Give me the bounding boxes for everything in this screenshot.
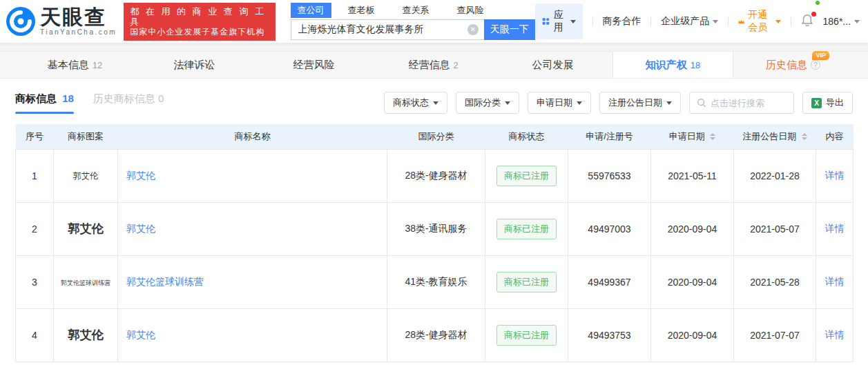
- export-button[interactable]: X 导出: [802, 92, 853, 114]
- tab-basic-info[interactable]: 基本信息 12: [15, 52, 135, 78]
- col-content: 内容: [816, 124, 853, 149]
- tab-history-info[interactable]: 历史信息 ? VIP: [733, 52, 853, 78]
- subtab-count: 0: [158, 92, 164, 104]
- apply-date-cell: 2020-09-04: [651, 255, 734, 308]
- status-badge: 商标已注册: [496, 325, 557, 346]
- nav-business-cooperation[interactable]: 商务合作: [602, 15, 641, 28]
- tab-operating-risk[interactable]: 经营风险: [254, 52, 374, 78]
- tab-label: 法律诉讼: [174, 59, 215, 72]
- detail-link[interactable]: 详情: [825, 329, 845, 340]
- tab-intellectual-property[interactable]: 知识产权 18: [613, 52, 733, 78]
- row-index: 3: [16, 255, 54, 308]
- excel-icon: X: [811, 98, 822, 108]
- detail-link[interactable]: 详情: [825, 223, 845, 234]
- slogan-line2: 国家中小企业发展子基金旗下机构: [130, 27, 269, 37]
- pub-date-cell: 2022-01-28: [734, 149, 816, 202]
- user-phone: 186*...: [823, 16, 851, 27]
- tab-company-development[interactable]: 公司发展: [493, 52, 613, 78]
- trademark-name-link[interactable]: 郭艾伦篮球训练营: [126, 276, 204, 287]
- table-search-input[interactable]: [711, 98, 787, 108]
- header-nav: 应用 商务合作 企业级产品 开通会员 186*...: [535, 3, 860, 39]
- search-tab-company[interactable]: 查公司: [291, 3, 331, 18]
- table-row: 3 郭艾伦篮球训练营 郭艾伦篮球训练营 41类-教育娱乐 商标已注册 49499…: [16, 255, 853, 308]
- divider: [592, 17, 593, 26]
- pub-date-cell: 2021-07-07: [734, 308, 816, 361]
- filter-bar: 商标状态 国际分类 申请日期 注册公告日期: [376, 92, 853, 114]
- tianyancha-logo[interactable]: 天眼查 TianYanCha.com: [6, 6, 117, 37]
- table-search-box[interactable]: [689, 92, 794, 114]
- trademark-name-link[interactable]: 郭艾伦: [126, 329, 155, 340]
- chevron-down-icon: [505, 101, 510, 105]
- page-background-strip: [0, 43, 868, 51]
- col-pub-date-sortable[interactable]: 注册公告日期: [734, 124, 816, 149]
- divider: [791, 17, 791, 26]
- intl-class-cell: 28类-健身器材: [387, 149, 485, 202]
- tab-count: 12: [93, 60, 102, 70]
- search-tab-relation[interactable]: 查关系: [397, 3, 435, 18]
- filter-registration-pub-date[interactable]: 注册公告日期: [599, 92, 681, 114]
- apps-menu-button[interactable]: 应用: [535, 3, 583, 39]
- divider: [728, 17, 729, 26]
- top-header: 天眼查 TianYanCha.com 都 在 用 的 商 业 查 询 工 具 国…: [0, 0, 868, 43]
- chevron-down-icon: [570, 20, 576, 23]
- chevron-down-icon: [433, 101, 438, 105]
- search-tab-boss[interactable]: 查老板: [343, 3, 380, 18]
- question-circle-icon[interactable]: ?: [811, 60, 820, 70]
- col-apply-date-sortable[interactable]: 申请日期: [651, 124, 734, 149]
- section-tabbar: 基本信息 12 法律诉讼 经营风险 经营信息 2 公司发展 知识产权 18 历史…: [0, 51, 868, 79]
- col-index: 序号: [16, 124, 54, 149]
- slogan-line1: 都 在 用 的 商 业 查 询 工 具: [130, 6, 269, 27]
- nav-enterprise-products[interactable]: 企业级产品: [661, 15, 718, 28]
- status-badge: 商标已注册: [496, 272, 557, 292]
- nav-vip-label: 开通会员: [748, 9, 772, 34]
- tab-label: 知识产权: [646, 59, 687, 72]
- tab-legal-proceedings[interactable]: 法律诉讼: [135, 52, 254, 78]
- col-label: 申请日期: [669, 131, 705, 141]
- pub-date-cell: 2021-05-28: [734, 255, 816, 308]
- tianyancha-logo-icon: [6, 6, 36, 37]
- detail-link[interactable]: 详情: [825, 170, 845, 181]
- subtab-history-trademark[interactable]: 历史商标信息 0: [93, 92, 164, 114]
- col-label: 注册公告日期: [742, 131, 796, 141]
- tab-operating-info[interactable]: 经营信息 2: [374, 52, 493, 78]
- reg-number-cell: 49497003: [568, 202, 651, 255]
- clear-icon[interactable]: ✕: [467, 24, 479, 35]
- nav-open-vip[interactable]: 开通会员: [738, 9, 781, 34]
- col-trademark-name: 商标名称: [118, 124, 387, 149]
- sort-icon[interactable]: [710, 133, 715, 140]
- intl-class-cell: 41类-教育娱乐: [387, 255, 485, 308]
- chevron-down-icon: [713, 20, 718, 23]
- tab-label: 经营信息: [408, 59, 450, 72]
- sort-icon[interactable]: [802, 133, 807, 140]
- search-button[interactable]: 天眼一下: [484, 19, 535, 40]
- trademark-name-link[interactable]: 郭艾伦: [126, 170, 155, 181]
- trademark-name-link[interactable]: 郭艾伦: [126, 223, 155, 234]
- intl-class-cell: 38类-通讯服务: [387, 202, 485, 255]
- search-tabs: 查公司 查老板 查关系 查风险: [291, 3, 535, 18]
- notification-bell[interactable]: [801, 14, 813, 29]
- user-account[interactable]: 186*...: [823, 16, 860, 27]
- col-status: 商标状态: [485, 124, 568, 149]
- chevron-down-icon: [577, 101, 582, 105]
- filter-label: 申请日期: [537, 97, 572, 109]
- search-tab-risk[interactable]: 查风险: [452, 3, 490, 18]
- chevron-down-icon: [854, 20, 860, 23]
- apply-date-cell: 2020-09-04: [651, 308, 734, 361]
- tab-label: 基本信息: [48, 59, 89, 72]
- filter-trademark-status[interactable]: 商标状态: [384, 92, 447, 114]
- filter-label: 商标状态: [393, 97, 429, 109]
- tab-count: 18: [691, 60, 700, 70]
- apps-menu-label: 应用: [554, 9, 567, 34]
- subtab-count: 18: [62, 92, 74, 104]
- apply-date-cell: 2021-05-11: [651, 149, 734, 202]
- detail-link[interactable]: 详情: [825, 276, 845, 287]
- brand-name: 天眼查: [40, 7, 117, 28]
- company-search-input[interactable]: [291, 19, 484, 40]
- filter-intl-class[interactable]: 国际分类: [456, 92, 519, 114]
- table-row: 4 郭艾伦 郭艾伦 28类-健身器材 商标已注册 49493753 2020-0…: [16, 308, 853, 361]
- reg-number-cell: 55976533: [568, 149, 651, 202]
- filter-apply-date[interactable]: 申请日期: [528, 92, 591, 114]
- trademark-image: 郭艾伦: [68, 328, 104, 341]
- subtab-trademark-info[interactable]: 商标信息 18: [15, 92, 74, 114]
- brand-domain: TianYanCha.com: [40, 28, 117, 36]
